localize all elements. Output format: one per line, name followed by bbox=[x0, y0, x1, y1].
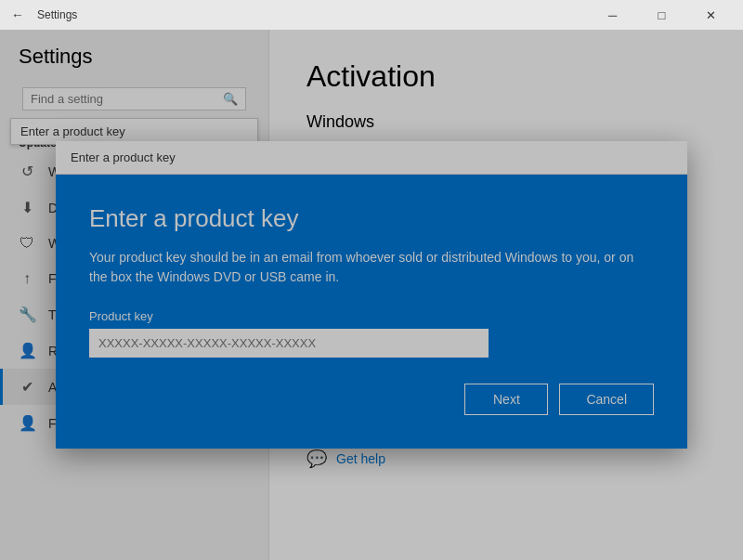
window-title: Settings bbox=[37, 8, 592, 21]
dialog-overlay: Enter a product key Enter a product key … bbox=[0, 30, 743, 560]
minimize-button[interactable]: ─ bbox=[592, 0, 633, 30]
window-controls: ─ □ ✕ bbox=[592, 0, 732, 30]
overlay-backdrop bbox=[0, 30, 743, 560]
title-bar: ← Settings ─ □ ✕ bbox=[0, 0, 743, 30]
back-icon[interactable]: ← bbox=[11, 7, 24, 22]
close-button[interactable]: ✕ bbox=[690, 0, 732, 30]
maximize-button[interactable]: □ bbox=[641, 0, 683, 30]
